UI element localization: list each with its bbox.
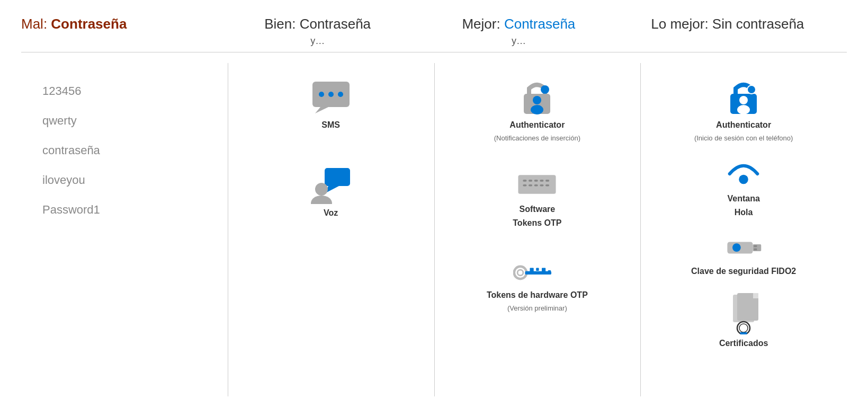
header-row: Mal: Contraseña Bien: Contraseña y… Mejo… xyxy=(21,16,847,47)
header-bien-prefix: Bien: xyxy=(264,16,300,32)
svg-rect-14 xyxy=(523,180,527,182)
authenticator-phone-sublabel: (Inicio de sesión con el teléfono) xyxy=(694,134,793,142)
svg-marker-47 xyxy=(740,332,747,334)
fido2-icon xyxy=(725,233,762,262)
header-best-prefix: Lo mejor: xyxy=(651,16,712,32)
authenticator-phone-icon xyxy=(725,79,762,116)
svg-point-34 xyxy=(747,85,756,94)
svg-rect-30 xyxy=(548,270,551,275)
header-col4: Lo mejor: Sin contraseña xyxy=(619,16,847,32)
svg-point-46 xyxy=(739,324,748,332)
lo-mejor-section: Authenticator (Inicio de sesión con el t… xyxy=(640,63,847,396)
header-mejor-prefix: Mejor: xyxy=(462,16,504,32)
header-mejor-subtitle: y… xyxy=(512,36,526,47)
svg-rect-23 xyxy=(545,184,549,187)
svg-point-10 xyxy=(533,96,541,104)
svg-rect-5 xyxy=(325,168,350,186)
header-bad-main: Contraseña xyxy=(51,16,127,32)
svg-rect-40 xyxy=(754,249,757,251)
svg-rect-26 xyxy=(525,271,552,275)
svg-rect-15 xyxy=(529,180,532,182)
fido2-item: Clave de seguridad FIDO2 xyxy=(691,233,796,276)
software-token-icon xyxy=(516,169,558,200)
authenticator-phone-label: Authenticator xyxy=(716,120,771,130)
header-title-3: Mejor: Contraseña xyxy=(462,16,575,32)
bad-password-1: 123456 xyxy=(42,84,217,98)
hardware-token-sublabel: (Versión preliminar) xyxy=(507,304,567,312)
authenticator-push-icon xyxy=(518,79,556,116)
certificate-icon xyxy=(722,292,765,334)
svg-rect-22 xyxy=(540,184,544,187)
bad-password-5: Password1 xyxy=(42,203,217,217)
bad-password-2: qwerty xyxy=(42,114,217,128)
header-bien-main: Contraseña xyxy=(300,16,371,32)
svg-rect-44 xyxy=(753,293,758,298)
bad-password-4: iloveyou xyxy=(42,173,217,187)
fido2-label: Clave de seguridad FIDO2 xyxy=(691,267,796,276)
svg-point-24 xyxy=(514,267,526,279)
header-mejor-main: Contraseña xyxy=(504,16,575,32)
windows-hello-label-1: Ventana xyxy=(727,194,759,204)
svg-point-7 xyxy=(315,183,328,196)
bad-passwords-section: 123456 qwerty contraseña iloveyou Passwo… xyxy=(21,63,228,396)
header-title-2: Bien: Contraseña xyxy=(264,16,371,32)
svg-point-8 xyxy=(311,196,332,204)
svg-point-3 xyxy=(328,92,334,97)
mejor-methods-list: Authenticator (Notificaciones de inserci… xyxy=(445,79,630,312)
authenticator-phone-item: Authenticator (Inicio de sesión con el t… xyxy=(694,79,793,142)
bien-section: SMS Voz xyxy=(228,63,434,396)
bad-passwords-list: 123456 qwerty contraseña iloveyou Passwo… xyxy=(32,84,217,217)
svg-rect-18 xyxy=(545,180,549,182)
svg-rect-20 xyxy=(529,184,532,187)
svg-rect-29 xyxy=(542,268,545,272)
authenticator-push-label: Authenticator xyxy=(509,120,565,130)
software-token-label-2: Tokens OTP xyxy=(513,218,561,228)
authenticator-push-sublabel: (Notificaciones de inserción) xyxy=(494,134,580,142)
windows-hello-icon xyxy=(725,158,762,190)
authenticator-push-item: Authenticator (Notificaciones de inserci… xyxy=(494,79,580,142)
svg-point-2 xyxy=(319,92,324,97)
windows-hello-label-2: Hola xyxy=(735,208,753,217)
svg-rect-21 xyxy=(534,184,538,187)
hardware-token-icon xyxy=(513,254,561,286)
bad-password-3: contraseña xyxy=(42,144,217,157)
header-col3: Mejor: Contraseña y… xyxy=(418,16,620,47)
svg-point-11 xyxy=(531,105,543,114)
divider xyxy=(21,52,847,52)
svg-rect-17 xyxy=(540,180,544,182)
software-token-label-1: Software xyxy=(520,205,556,214)
header-title-4: Lo mejor: Sin contraseña xyxy=(651,16,804,32)
svg-rect-27 xyxy=(530,268,534,272)
hardware-token-label: Tokens de hardware OTP xyxy=(487,290,588,300)
header-bad-prefix: Mal: xyxy=(21,16,51,32)
svg-point-33 xyxy=(737,105,750,114)
svg-point-35 xyxy=(739,175,748,184)
windows-hello-item: Ventana Hola xyxy=(725,158,762,217)
svg-point-37 xyxy=(732,243,741,252)
header-col2: Bien: Contraseña y… xyxy=(217,16,418,47)
svg-point-32 xyxy=(739,96,748,104)
header-best-main: Sin contraseña xyxy=(712,16,804,32)
sms-icon xyxy=(310,79,352,116)
svg-rect-39 xyxy=(754,245,757,247)
header-col1: Mal: Contraseña xyxy=(21,16,217,32)
svg-point-4 xyxy=(338,92,343,97)
svg-point-12 xyxy=(541,85,549,94)
lo-mejor-methods-list: Authenticator (Inicio de sesión con el t… xyxy=(651,79,836,348)
voice-icon xyxy=(310,167,352,204)
header-title-1: Mal: Contraseña xyxy=(21,16,127,32)
svg-marker-1 xyxy=(315,107,328,113)
svg-rect-19 xyxy=(523,184,527,187)
mejor-section: Authenticator (Notificaciones de inserci… xyxy=(434,63,641,396)
certificate-item: Certificados xyxy=(719,292,768,348)
header-bien-subtitle: y… xyxy=(310,36,325,47)
voz-label: Voz xyxy=(324,208,338,218)
svg-rect-28 xyxy=(536,268,539,271)
sms-label: SMS xyxy=(321,120,340,130)
bien-methods-list: SMS Voz xyxy=(238,79,424,218)
svg-rect-16 xyxy=(534,180,538,182)
page: Mal: Contraseña Bien: Contraseña y… Mejo… xyxy=(0,0,868,407)
sms-item: SMS xyxy=(310,79,352,130)
certificate-label: Certificados xyxy=(719,339,768,348)
hardware-token-item: Tokens de hardware OTP (Versión prelimin… xyxy=(487,254,588,312)
